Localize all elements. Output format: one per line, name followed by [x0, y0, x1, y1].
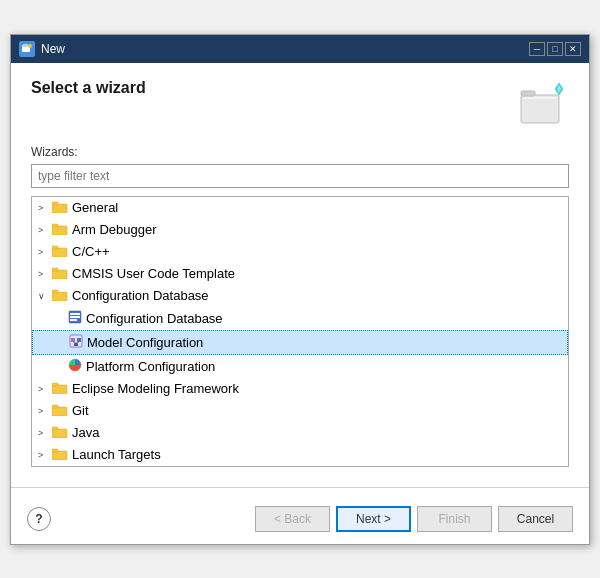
svg-rect-10 [52, 226, 67, 235]
model-icon [69, 334, 83, 351]
database-icon [68, 310, 82, 327]
tree-item[interactable]: > Git [32, 400, 568, 422]
content-area: Select a wizard Wizards: [11, 63, 589, 477]
svg-rect-17 [52, 290, 58, 293]
svg-rect-15 [52, 268, 58, 271]
folder-icon [52, 381, 68, 397]
platform-icon [68, 358, 82, 375]
svg-rect-34 [52, 427, 58, 430]
svg-rect-4 [521, 91, 535, 96]
tree-item-label: Platform Configuration [86, 359, 215, 374]
svg-rect-1 [23, 44, 28, 47]
tree-item[interactable]: ∨ Configuration Database [32, 285, 568, 307]
tree-item-label: General [72, 200, 118, 215]
tree-item[interactable]: > Eclipse Modeling Framework [32, 378, 568, 400]
wizard-illustration [517, 79, 569, 131]
chevron-icon: > [38, 269, 48, 279]
svg-rect-7 [523, 97, 557, 99]
new-dialog: New ─ □ ✕ Select a wizard [10, 34, 590, 545]
tree-item[interactable]: > C/C++ [32, 241, 568, 263]
tree-item-label: Configuration Database [86, 311, 223, 326]
chevron-icon: ∨ [38, 291, 48, 301]
svg-rect-25 [74, 343, 78, 346]
folder-icon [52, 200, 68, 216]
next-button[interactable]: Next > [336, 506, 411, 532]
chevron-icon: > [38, 225, 48, 235]
folder-icon [52, 288, 68, 304]
back-button[interactable]: < Back [255, 506, 330, 532]
svg-rect-31 [52, 407, 67, 416]
filter-input[interactable] [31, 164, 569, 188]
minimize-button[interactable]: ─ [529, 42, 545, 56]
svg-rect-20 [70, 316, 80, 318]
tree-item[interactable]: Platform Configuration [32, 355, 568, 378]
tree-item-label: CMSIS User Code Template [72, 266, 235, 281]
tree-item[interactable]: > Java [32, 422, 568, 444]
button-bar: ? < Back Next > Finish Cancel [11, 498, 589, 544]
close-button[interactable]: ✕ [565, 42, 581, 56]
wizards-label: Wizards: [31, 145, 569, 159]
tree-item-label: Git [72, 403, 89, 418]
svg-rect-21 [70, 319, 77, 321]
svg-rect-16 [52, 292, 67, 301]
svg-rect-24 [77, 338, 81, 342]
wizard-tree[interactable]: > General> Arm Debugger> C/C++> CMSIS Us… [31, 196, 569, 467]
finish-button[interactable]: Finish [417, 506, 492, 532]
help-button[interactable]: ? [27, 507, 51, 531]
chevron-icon: > [38, 450, 48, 460]
svg-rect-3 [521, 95, 559, 123]
cancel-button[interactable]: Cancel [498, 506, 573, 532]
chevron-icon: > [38, 203, 48, 213]
app-icon [19, 41, 35, 57]
tree-item-label: C/C++ [72, 244, 110, 259]
svg-rect-12 [52, 248, 67, 257]
svg-rect-9 [52, 202, 58, 205]
chevron-icon: > [38, 406, 48, 416]
svg-rect-33 [52, 429, 67, 438]
folder-icon [52, 222, 68, 238]
svg-rect-29 [52, 385, 67, 394]
folder-icon [52, 266, 68, 282]
tree-item-label: Eclipse Modeling Framework [72, 381, 239, 396]
folder-icon [52, 447, 68, 463]
tree-item[interactable]: Configuration Database [32, 307, 568, 330]
folder-icon [52, 403, 68, 419]
tree-item[interactable]: > General [32, 197, 568, 219]
dialog-title: New [41, 42, 523, 56]
header-section: Select a wizard [31, 79, 569, 131]
tree-item-label: Arm Debugger [72, 222, 157, 237]
svg-rect-11 [52, 224, 58, 227]
page-title: Select a wizard [31, 79, 146, 97]
svg-rect-8 [52, 204, 67, 213]
svg-rect-13 [52, 246, 58, 249]
chevron-icon: > [38, 247, 48, 257]
tree-item-label: Configuration Database [72, 288, 209, 303]
maximize-button[interactable]: □ [547, 42, 563, 56]
tree-item-label: Model Configuration [87, 335, 203, 350]
svg-rect-30 [52, 383, 58, 386]
tree-item-label: Java [72, 425, 99, 440]
svg-rect-14 [52, 270, 67, 279]
titlebar: New ─ □ ✕ [11, 35, 589, 63]
svg-rect-36 [52, 449, 58, 452]
svg-rect-23 [71, 338, 75, 342]
svg-rect-35 [52, 451, 67, 460]
tree-item[interactable]: > Arm Debugger [32, 219, 568, 241]
tree-item[interactable]: > Launch Targets [32, 444, 568, 466]
svg-rect-32 [52, 405, 58, 408]
window-controls: ─ □ ✕ [529, 42, 581, 56]
tree-item[interactable]: > CMSIS User Code Template [32, 263, 568, 285]
folder-icon [52, 425, 68, 441]
tree-item[interactable]: Model Configuration [32, 330, 568, 355]
svg-point-2 [28, 44, 32, 48]
tree-item-label: Launch Targets [72, 447, 161, 462]
chevron-icon: > [38, 428, 48, 438]
svg-rect-19 [70, 313, 80, 315]
folder-icon [52, 244, 68, 260]
separator [11, 487, 589, 488]
chevron-icon: > [38, 384, 48, 394]
